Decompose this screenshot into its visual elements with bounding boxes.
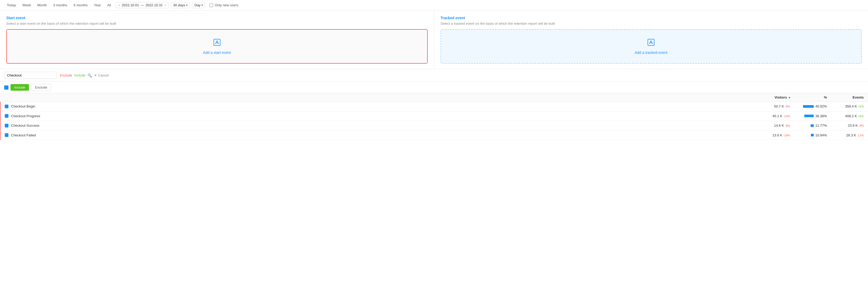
svg-rect-2 bbox=[648, 39, 654, 45]
exclude-button[interactable]: Exclude bbox=[31, 84, 51, 91]
include-exclude-bar: Include Exclude bbox=[0, 82, 868, 93]
event-label: Checkout Progress bbox=[11, 114, 40, 118]
event-label: Checkout Success bbox=[11, 123, 39, 128]
period-dropdown[interactable]: Day ▾ bbox=[192, 2, 205, 8]
range-dropdown[interactable]: 30 days ▾ bbox=[171, 2, 190, 8]
percent-label: 36.38% bbox=[815, 114, 827, 118]
percent-label: 40.92% bbox=[815, 104, 827, 108]
exclude-link[interactable]: Exclude bbox=[60, 73, 72, 77]
add-start-event-label: Add a start event bbox=[203, 50, 231, 55]
events-change: -11% bbox=[857, 134, 864, 137]
percent-bar bbox=[811, 124, 814, 127]
percent-value: 36.38% bbox=[790, 114, 827, 118]
visitors-change: -14% bbox=[783, 115, 790, 118]
top-bar: Today Week Month 3 months 6 months Year … bbox=[0, 0, 868, 10]
visitors-change: -9% bbox=[785, 124, 790, 127]
next-date-btn[interactable]: › bbox=[164, 3, 166, 7]
events-value: 23.9 K -9% bbox=[827, 123, 864, 128]
add-tracked-event-box[interactable]: Add a tracked event bbox=[441, 29, 862, 64]
visitors-value: 50.7 K -9% bbox=[748, 104, 790, 108]
include-button[interactable]: Include bbox=[10, 84, 29, 91]
cancel-label: Cancel bbox=[98, 73, 108, 77]
visitors-value: 13.6 K -18% bbox=[748, 133, 790, 137]
event-name: Checkout Failed bbox=[5, 133, 748, 137]
tracked-event-title: Tracked event bbox=[441, 16, 862, 20]
percent-bar bbox=[811, 134, 814, 136]
visitors-value: 14.6 K -9% bbox=[748, 123, 790, 128]
include-link[interactable]: Include bbox=[74, 73, 85, 77]
table-row[interactable]: Checkout Failed 13.6 K -18% 10.94% 28.3 … bbox=[0, 131, 868, 140]
period-label: Day bbox=[194, 3, 200, 7]
table-row[interactable]: Checkout Progress 45.1 K -14% 36.38% 408… bbox=[0, 111, 868, 121]
percent-bar-wrap: 36.38% bbox=[804, 114, 827, 118]
search-icon[interactable]: 🔍 bbox=[87, 73, 92, 77]
week-btn[interactable]: Week bbox=[20, 2, 34, 8]
header-percent: % bbox=[790, 96, 827, 99]
events-value: 358.4 K +5% bbox=[827, 104, 864, 108]
event-name: Checkout Progress bbox=[5, 114, 748, 118]
visitors-value: 45.1 K -14% bbox=[748, 114, 790, 118]
date-range-group[interactable]: ‹ 2022.10.01 — 2022.10.31 › bbox=[116, 2, 169, 8]
prev-date-btn[interactable]: ‹ bbox=[118, 3, 120, 7]
only-new-users-group: Only new users bbox=[209, 3, 238, 7]
today-btn[interactable]: Today bbox=[4, 2, 19, 8]
events-change: +6% bbox=[858, 115, 864, 118]
event-label: Checkout Begin bbox=[11, 104, 35, 108]
search-bar: Exclude Include 🔍 ✕ Cancel bbox=[0, 69, 868, 82]
percent-bar-wrap: 40.92% bbox=[803, 104, 827, 108]
tracked-event-panel: Tracked event Select a tracked event on … bbox=[434, 10, 868, 69]
event-name: Checkout Begin bbox=[5, 104, 748, 108]
3months-btn[interactable]: 3 months bbox=[51, 2, 70, 8]
only-new-users-label: Only new users bbox=[215, 3, 238, 7]
add-tracked-event-label: Add a tracked event bbox=[635, 50, 668, 55]
percent-label: 11.77% bbox=[815, 123, 827, 128]
tracked-event-subtitle: Select a tracked event on the basis of w… bbox=[441, 22, 862, 26]
event-icon bbox=[5, 114, 8, 118]
header-events: Events bbox=[827, 96, 864, 99]
range-dropdown-arrow: ▾ bbox=[186, 4, 187, 7]
svg-rect-0 bbox=[214, 39, 220, 45]
date-start: 2022.10.01 bbox=[122, 3, 139, 7]
only-new-users-checkbox[interactable] bbox=[209, 3, 213, 7]
year-btn[interactable]: Year bbox=[91, 2, 103, 8]
event-name: Checkout Success bbox=[5, 123, 748, 128]
date-end: 2022.10.31 bbox=[146, 3, 163, 7]
add-start-event-icon bbox=[213, 38, 221, 48]
start-event-panel: Start event Select a start event on the … bbox=[0, 10, 434, 69]
all-btn[interactable]: All bbox=[104, 2, 114, 8]
events-change: +5% bbox=[858, 105, 864, 108]
event-label: Checkout Failed bbox=[11, 133, 36, 137]
cancel-x: ✕ bbox=[94, 73, 97, 77]
add-tracked-event-icon bbox=[647, 38, 655, 48]
table-rows-container: Checkout Begin 50.7 K -9% 40.92% 358.4 K… bbox=[0, 102, 868, 140]
period-dropdown-arrow: ▾ bbox=[202, 4, 203, 7]
event-icon bbox=[5, 124, 8, 128]
search-actions: Exclude Include 🔍 ✕ Cancel bbox=[60, 73, 109, 77]
percent-value: 40.92% bbox=[790, 104, 827, 109]
percent-value: 10.94% bbox=[790, 133, 827, 138]
add-start-event-box[interactable]: Add a start event bbox=[6, 29, 428, 64]
table-row[interactable]: Checkout Success 14.6 K -9% 11.77% 23.9 … bbox=[0, 121, 868, 131]
range-label: 30 days bbox=[173, 3, 185, 7]
select-all-checkbox[interactable] bbox=[4, 85, 8, 89]
percent-bar-wrap: 11.77% bbox=[811, 123, 827, 128]
events-value: 28.3 K -11% bbox=[827, 133, 864, 137]
percent-bar-wrap: 10.94% bbox=[811, 133, 827, 137]
header-visitors[interactable]: Visitors ▾ bbox=[748, 96, 790, 99]
start-event-subtitle: Select a start event on the basis of whi… bbox=[6, 22, 428, 26]
visitors-change: -18% bbox=[783, 134, 790, 137]
percent-label: 10.94% bbox=[815, 133, 827, 137]
cancel-button[interactable]: ✕ Cancel bbox=[94, 73, 108, 77]
date-separator: — bbox=[141, 3, 144, 7]
events-change: -9% bbox=[859, 124, 864, 127]
events-value: 408.2 K +6% bbox=[827, 114, 864, 118]
event-icon bbox=[5, 133, 8, 137]
percent-bar bbox=[804, 115, 814, 117]
table-row[interactable]: Checkout Begin 50.7 K -9% 40.92% 358.4 K… bbox=[0, 102, 868, 111]
6months-btn[interactable]: 6 months bbox=[71, 2, 90, 8]
main-panels: Start event Select a start event on the … bbox=[0, 10, 868, 69]
month-btn[interactable]: Month bbox=[35, 2, 50, 8]
event-icon bbox=[5, 105, 8, 108]
search-input[interactable] bbox=[4, 72, 57, 79]
percent-value: 11.77% bbox=[790, 123, 827, 128]
